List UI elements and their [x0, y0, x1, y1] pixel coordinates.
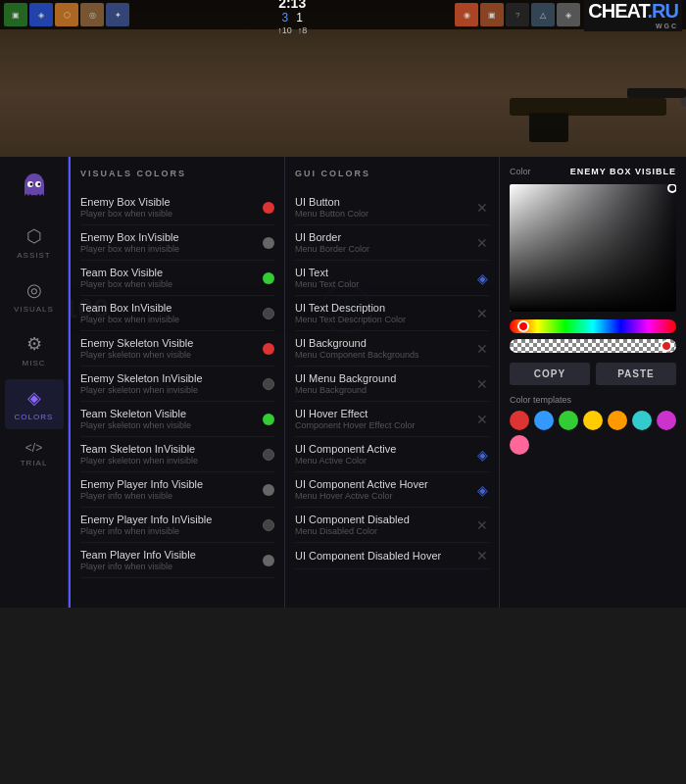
ui-button-item[interactable]: UI Button Menu Button Color ✕ — [295, 190, 489, 225]
t-avatars: ◉ ▣ ? △ ◈ — [455, 3, 580, 26]
item-desc: Menu Text Color — [295, 279, 359, 289]
wgc-text: WGC — [588, 23, 678, 29]
color-picker-panel: Color ENEMY BOX VISIBLE COPY PASTE Color… — [500, 157, 686, 608]
gui-icon-cross3: ✕ — [475, 307, 489, 320]
ui-bg-item[interactable]: UI Background Menu Component Backgrounds… — [295, 331, 489, 367]
misc-label: MISC — [23, 359, 46, 368]
hue-thumb[interactable] — [517, 320, 529, 332]
color-picker-box[interactable] — [510, 184, 676, 312]
ui-border-item[interactable]: UI Border Menu Border Color ✕ — [295, 225, 489, 261]
gui-colors-header: GUI COLORS — [295, 169, 489, 178]
item-desc: Menu Border Color — [295, 244, 369, 254]
visuals-colors-panel: VISUALS COLORS Enemy Box Visible Player … — [69, 157, 285, 608]
template-swatch-4[interactable] — [583, 411, 603, 430]
team-box-visible-item[interactable]: Team Box Visible Player box when visible — [80, 261, 274, 296]
paste-button[interactable]: PASTE — [596, 363, 676, 385]
avatar-6: ◉ — [455, 3, 478, 26]
team-skel-visible-item[interactable]: Team Skeleton Visible Player skeleton wh… — [80, 402, 274, 437]
visuals-icon: ◎ — [26, 279, 42, 301]
ui-menu-bg-item[interactable]: UI Menu Background Menu Background ✕ — [295, 367, 489, 402]
item-name: Enemy Skeleton InVisible — [80, 372, 203, 384]
sidebar-item-colors[interactable]: ◈ COLORS — [5, 379, 64, 429]
team-skel-invisible-item[interactable]: Team Skeleton InVisible Player skeleton … — [80, 437, 274, 472]
ghost-icon — [19, 171, 50, 202]
item-name: Enemy Player Info InVisible — [80, 514, 212, 525]
enemy-info-visible-item[interactable]: Enemy Player Info Visible Player info wh… — [80, 472, 274, 508]
template-swatch-6[interactable] — [632, 411, 652, 430]
alpha-thumb[interactable] — [661, 340, 672, 352]
cp-buttons: COPY PASTE — [510, 363, 676, 385]
ui-hover-item[interactable]: UI Hover Effect Component Hover Effect C… — [295, 402, 489, 437]
color-title: ENEMY BOX VISIBLE — [570, 167, 676, 176]
ui-comp-disabled-hover-item[interactable]: UI Component Disabled Hover ✕ — [295, 543, 489, 569]
templates-grid — [510, 411, 676, 455]
ui-text-desc-item[interactable]: UI Text Description Menu Text Descriptio… — [295, 296, 489, 331]
avatar-4: ◎ — [80, 3, 104, 26]
template-swatch-7[interactable] — [657, 411, 676, 430]
hue-slider[interactable] — [510, 319, 676, 333]
item-desc: Menu Disabled Color — [295, 526, 410, 536]
ui-comp-active-item[interactable]: UI Component Active Menu Active Color ◈ — [295, 437, 489, 472]
team-box-invisible-item[interactable]: Team Box InVisible Player box when invis… — [80, 296, 274, 331]
enemy-info-invisible-item[interactable]: Enemy Player Info InVisible Player info … — [80, 508, 274, 543]
svg-point-8 — [29, 183, 32, 186]
color-dot-gray3 — [263, 555, 274, 566]
item-desc: Menu Text Description Color — [295, 315, 406, 324]
item-desc: Menu Background — [295, 385, 396, 395]
gui-icon-cross2: ✕ — [475, 236, 489, 250]
menu-overlay: ⬡ ASSIST ◎ VISUALS ⚙ MISC ◈ COLORS </> T… — [0, 157, 686, 608]
colors-label: COLORS — [15, 413, 54, 421]
hud-bar: ▣ ◈ ⬡ ◎ ✦ 2:13 3 1 ↑10 ↑8 ◉ ▣ ? △ ◈ — [0, 0, 686, 29]
gui-icon-cross8: ✕ — [475, 549, 489, 563]
item-desc: Player box when invisible — [80, 315, 179, 324]
item-name: UI Component Disabled Hover — [295, 550, 441, 562]
enemy-skel-invisible-item[interactable]: Enemy Skeleton InVisible Player skeleton… — [80, 367, 274, 402]
template-swatch-1[interactable] — [510, 411, 529, 430]
avatar-7: ▣ — [480, 3, 504, 26]
cp-value-gradient — [510, 184, 676, 312]
sidebar-item-trial[interactable]: </> TRIAL — [5, 433, 64, 475]
avatar-10: ◈ — [557, 3, 580, 26]
enemy-box-invisible-item[interactable]: Enemy Box InVisible Player box when invi… — [80, 225, 274, 261]
item-desc: Player skeleton when invisible — [80, 385, 203, 395]
color-dot-dg3 — [263, 449, 274, 461]
sidebar-item-assist[interactable]: ⬡ ASSIST — [5, 218, 64, 268]
sidebar-item-visuals[interactable]: ◎ VISUALS — [5, 271, 64, 321]
ui-comp-active-hover-item[interactable]: UI Component Active Hover Menu Hover Act… — [295, 472, 489, 508]
item-name: UI Border — [295, 231, 369, 243]
ct-avatars: ▣ ◈ ⬡ ◎ ✦ — [4, 3, 129, 26]
hud-right: ◉ ▣ ? △ ◈ CHEAT.RU WGC — [455, 0, 682, 31]
avatar-1: ▣ — [4, 3, 27, 26]
item-desc: Player info when visible — [80, 491, 203, 501]
trial-icon: </> — [25, 441, 42, 455]
gui-colors-panel: GUI COLORS UI Button Menu Button Color ✕… — [285, 157, 500, 608]
item-name: UI Text — [295, 267, 359, 278]
template-swatch-2[interactable] — [534, 411, 554, 430]
gun-visual — [392, 29, 686, 157]
enemy-skel-visible-item[interactable]: Enemy Skeleton Visible Player skeleton w… — [80, 331, 274, 367]
color-dot-gray2 — [263, 484, 274, 496]
item-desc: Menu Hover Active Color — [295, 491, 428, 501]
template-swatch-5[interactable] — [608, 411, 627, 430]
template-swatch-3[interactable] — [559, 411, 578, 430]
kills-t: ↑8 — [298, 25, 308, 35]
enemy-box-visible-item[interactable]: Enemy Box Visible Player box when visibl… — [80, 190, 274, 225]
cp-cursor[interactable] — [667, 184, 676, 193]
gui-icon-blue3: ◈ — [475, 483, 489, 497]
ui-text-item[interactable]: UI Text Menu Text Color ◈ — [295, 261, 489, 296]
templates-label: Color templates — [510, 395, 676, 405]
alpha-slider[interactable] — [510, 339, 676, 353]
item-name: Enemy Box Visible — [80, 196, 172, 208]
item-name: UI Background — [295, 337, 419, 349]
copy-button[interactable]: COPY — [510, 363, 590, 385]
visuals-colors-header: VISUALS COLORS — [80, 169, 274, 178]
gui-icon-blue2: ◈ — [475, 448, 489, 462]
misc-icon: ⚙ — [26, 333, 42, 355]
team-info-visible-item[interactable]: Team Player Info Visible Player info whe… — [80, 543, 274, 578]
item-name: UI Component Active — [295, 443, 396, 455]
item-name: UI Hover Effect — [295, 408, 415, 419]
sidebar-item-misc[interactable]: ⚙ MISC — [5, 325, 64, 375]
ui-comp-disabled-item[interactable]: UI Component Disabled Menu Disabled Colo… — [295, 508, 489, 543]
avatar-5: ✦ — [106, 3, 129, 26]
template-swatch-8[interactable] — [510, 435, 529, 455]
